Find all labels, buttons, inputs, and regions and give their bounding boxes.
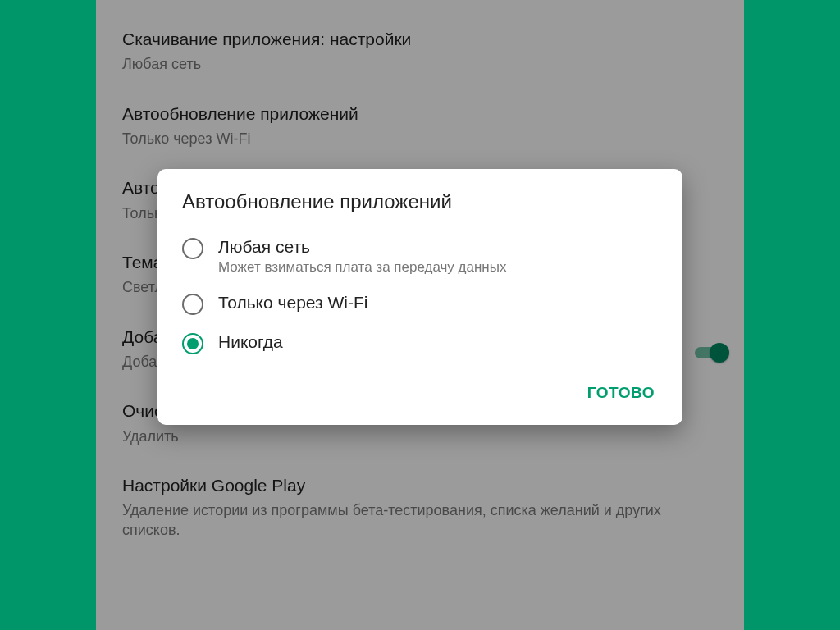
radio-option-wifi-only[interactable]: Только через Wi-Fi [158,284,682,323]
radio-label: Никогда [218,331,283,353]
done-button[interactable]: ГОТОВО [578,377,664,409]
settings-screen: Скачивание приложения: настройки Любая с… [96,0,744,630]
radio-icon [182,294,203,315]
radio-option-never[interactable]: Никогда [158,323,682,363]
radio-option-any-network[interactable]: Любая сеть Может взиматься плата за пере… [158,228,682,284]
radio-icon [182,333,203,354]
radio-text: Никогда [218,331,283,353]
radio-text: Только через Wi-Fi [218,292,368,313]
radio-sub: Может взиматься плата за передачу данных [218,259,506,276]
radio-icon [182,238,203,259]
dialog-title: Автообновление приложений [158,190,682,228]
radio-label: Только через Wi-Fi [218,292,368,313]
radio-label: Любая сеть [218,236,506,258]
dialog-actions: ГОТОВО [158,363,682,417]
radio-text: Любая сеть Может взиматься плата за пере… [218,236,506,276]
auto-update-dialog: Автообновление приложений Любая сеть Мож… [158,169,682,425]
